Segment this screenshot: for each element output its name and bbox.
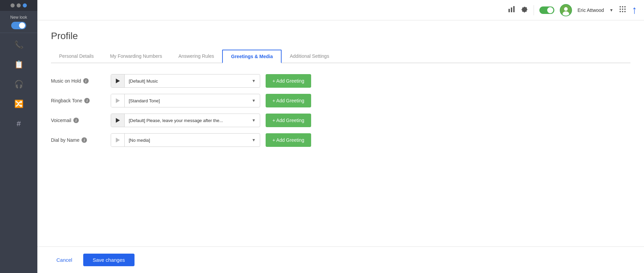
transfer-icon: 🔀 [14,100,23,108]
svg-point-9 [620,8,621,10]
contacts-icon: 📋 [14,60,23,69]
form-section: Music on Hold i [Default] Music ▼ + Add … [51,74,630,147]
chevron-down-icon[interactable]: ▼ [609,8,613,13]
new-look-section: New look [0,11,37,33]
dot-2 [17,3,21,7]
info-icon-voicemail[interactable]: i [73,118,79,123]
tab-answering-rules[interactable]: Answering Rules [170,50,222,63]
info-icon-music[interactable]: i [83,78,89,84]
svg-rect-1 [511,7,512,12]
select-ringback-tone: [Standard Tone] ▼ [111,94,260,107]
sidebar-item-phone[interactable]: 📞 [0,36,37,54]
svg-point-11 [624,8,626,10]
info-icon-dial[interactable]: i [82,137,87,143]
arrow-up-icon: ↑ [632,4,637,16]
tab-greetings-media[interactable]: Greetings & Media [222,50,282,63]
main-wrapper: Eric Attwood ▼ ↑ Profile Personal Detail… [37,0,644,273]
svg-rect-2 [513,6,515,12]
header: Eric Attwood ▼ ↑ [37,0,644,20]
tab-forwarding-numbers[interactable]: My Forwarding Numbers [102,50,170,63]
page-title: Profile [51,31,630,41]
select-arrow-ringback[interactable]: ▼ [248,98,260,103]
sidebar-item-hash[interactable]: # [0,115,37,133]
phone-icon: 📞 [14,40,23,49]
add-greeting-button-dial[interactable]: + Add Greeting [266,133,311,147]
select-arrow-voicemail[interactable]: ▼ [248,118,260,123]
play-icon-music [116,79,120,83]
grid-icon[interactable] [619,5,626,15]
tab-additional-settings[interactable]: Additional Settings [282,50,337,63]
select-arrow-dial[interactable]: ▼ [248,138,260,142]
svg-point-13 [622,11,623,12]
label-ringback-tone: Ringback Tone i [51,98,105,103]
tab-personal-details[interactable]: Personal Details [51,50,102,63]
row-dial-by-name: Dial by Name i [No media] ▼ + Add Greeti… [51,133,630,147]
svg-point-10 [622,8,623,10]
dot-1 [11,3,15,7]
play-icon-dial [116,138,120,142]
gear-icon[interactable] [521,5,528,15]
play-button-voicemail[interactable] [111,114,125,127]
svg-point-8 [624,6,626,7]
tabs: Personal Details My Forwarding Numbers A… [51,50,630,63]
sidebar-item-contacts[interactable]: 📋 [0,55,37,74]
headset-icon: 🎧 [14,80,23,89]
sidebar-item-headset[interactable]: 🎧 [0,75,37,93]
label-dial-by-name: Dial by Name i [51,137,105,143]
add-greeting-button-ringback[interactable]: + Add Greeting [266,94,311,107]
avatar [560,4,572,16]
add-greeting-button-music[interactable]: + Add Greeting [266,74,311,88]
sidebar-item-transfer[interactable]: 🔀 [0,95,37,113]
footer: Cancel Save changes [37,246,644,273]
label-music-on-hold: Music on Hold i [51,78,105,84]
content: Profile Personal Details My Forwarding N… [37,20,644,246]
play-icon-ringback [116,98,120,103]
hash-icon: # [17,119,21,128]
user-name: Eric Attwood [577,7,604,13]
add-greeting-button-voicemail[interactable]: + Add Greeting [266,114,311,127]
select-music-on-hold: [Default] Music ▼ [111,74,260,88]
row-ringback-tone: Ringback Tone i [Standard Tone] ▼ + Add … [51,94,630,107]
select-value-music[interactable]: [Default] Music [125,79,248,84]
select-voicemail: [Default] Please, leave your message aft… [111,114,260,127]
select-value-dial[interactable]: [No media] [125,138,248,143]
svg-point-14 [624,11,626,12]
play-button-music[interactable] [111,74,125,87]
svg-point-12 [620,11,621,12]
chart-icon[interactable] [508,5,515,15]
new-look-label: New look [10,15,27,20]
save-button[interactable]: Save changes [83,254,135,266]
select-value-voicemail[interactable]: [Default] Please, leave your message aft… [125,118,248,123]
row-music-on-hold: Music on Hold i [Default] Music ▼ + Add … [51,74,630,88]
play-button-dial[interactable] [111,134,125,147]
svg-rect-0 [508,9,510,12]
arrow-up-container: ↑ [632,4,637,16]
svg-point-7 [622,6,623,7]
svg-point-6 [620,6,621,7]
sidebar-top [0,0,37,11]
sidebar-nav: 📞 📋 🎧 🔀 # [0,33,37,133]
row-voicemail: Voicemail i [Default] Please, leave your… [51,114,630,127]
play-icon-voicemail [116,118,120,123]
header-toggle[interactable] [539,6,554,14]
play-button-ringback[interactable] [111,94,125,107]
select-dial-by-name: [No media] ▼ [111,133,260,147]
new-look-toggle[interactable] [11,22,26,29]
cancel-button[interactable]: Cancel [51,254,78,266]
select-arrow-music[interactable]: ▼ [248,79,260,83]
dot-3 [23,3,27,7]
svg-point-4 [564,7,568,11]
sidebar: New look 📞 📋 🎧 🔀 # [0,0,37,273]
label-voicemail: Voicemail i [51,118,105,123]
header-divider [534,5,534,15]
select-value-ringback[interactable]: [Standard Tone] [125,98,248,103]
info-icon-ringback[interactable]: i [84,98,90,103]
